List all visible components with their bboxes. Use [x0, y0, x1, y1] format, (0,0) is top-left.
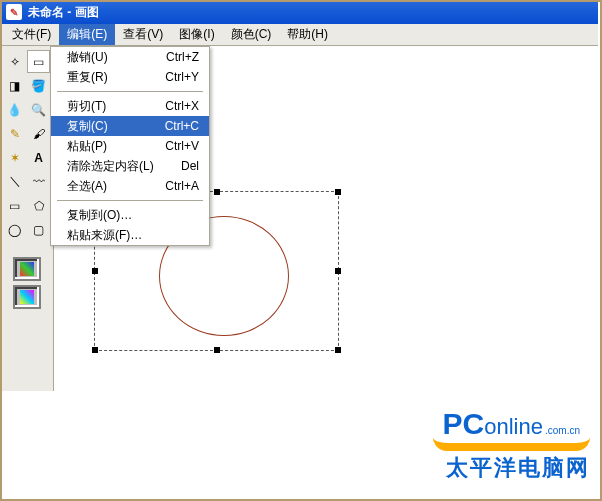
tool-line[interactable]: ＼ [3, 170, 26, 193]
tool-rect-select[interactable]: ▭ [27, 50, 50, 73]
watermark-logo: PC online .com.cn [433, 407, 590, 451]
watermark-cn: 太平洋电脑网 [433, 453, 590, 483]
app-icon: ✎ [6, 4, 22, 20]
swatch-icon [20, 262, 34, 276]
selection-handle-se[interactable] [335, 347, 341, 353]
menu-item-label: 全选(A) [67, 178, 147, 195]
color-swatch-1[interactable] [13, 257, 41, 281]
tool-picker[interactable]: 💧 [3, 98, 26, 121]
menu-item-label: 清除选定内容(L) [67, 158, 163, 175]
titlebar: ✎ 未命名 - 画图 [0, 0, 598, 24]
menu-item-shortcut: Del [181, 159, 199, 173]
roundrect-icon: ▢ [33, 223, 44, 237]
menu-item-label: 剪切(T) [67, 98, 147, 115]
menu-file[interactable]: 文件(F) [4, 24, 59, 45]
menu-item-shortcut: Ctrl+Z [166, 50, 199, 64]
selection-handle-n[interactable] [214, 189, 220, 195]
menu-item-paste[interactable]: 粘贴(P) Ctrl+V [51, 136, 209, 156]
watermark-online: online [484, 414, 543, 440]
menu-item-clear[interactable]: 清除选定内容(L) Del [51, 156, 209, 176]
menu-item-label: 复制(C) [67, 118, 147, 135]
pencil-icon: ✎ [10, 127, 20, 141]
selection-handle-s[interactable] [214, 347, 220, 353]
selection-handle-w[interactable] [92, 268, 98, 274]
tool-eraser[interactable]: ◨ [3, 74, 26, 97]
menu-item-shortcut: Ctrl+C [165, 119, 199, 133]
tool-roundrect[interactable]: ▢ [27, 218, 50, 241]
tool-rect[interactable]: ▭ [3, 194, 26, 217]
polygon-icon: ⬠ [34, 199, 44, 213]
menu-view[interactable]: 查看(V) [115, 24, 171, 45]
menu-edit[interactable]: 编辑(E) [59, 24, 115, 45]
curve-icon: 〰 [33, 175, 45, 189]
window-title: 未命名 - 画图 [28, 4, 99, 21]
tool-polygon[interactable]: ⬠ [27, 194, 50, 217]
menu-item-shortcut: Ctrl+A [165, 179, 199, 193]
menu-item-undo[interactable]: 撤销(U) Ctrl+Z [51, 47, 209, 67]
tool-freeform-select[interactable]: ✧ [3, 50, 26, 73]
watermark-ext: .com.cn [545, 425, 580, 436]
tool-brush[interactable]: 🖌 [27, 122, 50, 145]
toolbox: ✧ ▭ ◨ 🪣 💧 🔍 ✎ 🖌 ✶ A ＼ 〰 ▭ ⬠ ◯ ▢ [0, 46, 54, 391]
fill-icon: 🪣 [31, 79, 46, 93]
watermark: PC online .com.cn 太平洋电脑网 [433, 407, 590, 483]
menu-item-shortcut: Ctrl+X [165, 99, 199, 113]
menu-help[interactable]: 帮助(H) [279, 24, 336, 45]
menu-item-label: 重复(R) [67, 69, 147, 86]
zoom-icon: 🔍 [31, 103, 46, 117]
ellipse-icon: ◯ [8, 223, 21, 237]
freeform-select-icon: ✧ [10, 55, 20, 69]
menu-item-pastefrom[interactable]: 粘贴来源(F)… [51, 225, 209, 245]
tool-zoom[interactable]: 🔍 [27, 98, 50, 121]
menu-item-redo[interactable]: 重复(R) Ctrl+Y [51, 67, 209, 87]
tool-curve[interactable]: 〰 [27, 170, 50, 193]
color-swatches [13, 257, 41, 309]
selection-handle-sw[interactable] [92, 347, 98, 353]
tool-pencil[interactable]: ✎ [3, 122, 26, 145]
swatch-icon [20, 290, 34, 304]
menu-item-selectall[interactable]: 全选(A) Ctrl+A [51, 176, 209, 196]
tool-text[interactable]: A [27, 146, 50, 169]
menubar: 文件(F) 编辑(E) 查看(V) 图像(I) 颜色(C) 帮助(H) [0, 24, 598, 46]
color-swatch-2[interactable] [13, 285, 41, 309]
brush-icon: 🖌 [33, 127, 45, 141]
picker-icon: 💧 [7, 103, 22, 117]
menu-item-label: 复制到(O)… [67, 207, 199, 224]
menu-item-shortcut: Ctrl+V [165, 139, 199, 153]
menu-item-copyto[interactable]: 复制到(O)… [51, 205, 209, 225]
watermark-pc: PC [443, 407, 485, 441]
menu-item-label: 粘贴来源(F)… [67, 227, 199, 244]
tool-ellipse[interactable]: ◯ [3, 218, 26, 241]
menu-image[interactable]: 图像(I) [171, 24, 222, 45]
eraser-icon: ◨ [9, 79, 20, 93]
edit-menu-dropdown: 撤销(U) Ctrl+Z 重复(R) Ctrl+Y 剪切(T) Ctrl+X 复… [50, 46, 210, 246]
menu-item-label: 撤销(U) [67, 49, 148, 66]
menu-item-label: 粘贴(P) [67, 138, 147, 155]
rect-shape-icon: ▭ [9, 199, 20, 213]
menu-item-cut[interactable]: 剪切(T) Ctrl+X [51, 96, 209, 116]
tool-airbrush[interactable]: ✶ [3, 146, 26, 169]
menu-item-copy[interactable]: 复制(C) Ctrl+C [51, 116, 209, 136]
airbrush-icon: ✶ [10, 151, 20, 165]
tool-fill[interactable]: 🪣 [27, 74, 50, 97]
menu-separator [51, 87, 209, 96]
menu-color[interactable]: 颜色(C) [223, 24, 280, 45]
text-icon: A [34, 151, 43, 165]
rect-select-icon: ▭ [33, 55, 44, 69]
menu-separator [51, 196, 209, 205]
selection-handle-e[interactable] [335, 268, 341, 274]
menu-item-shortcut: Ctrl+Y [165, 70, 199, 84]
line-icon: ＼ [9, 173, 21, 190]
selection-handle-ne[interactable] [335, 189, 341, 195]
